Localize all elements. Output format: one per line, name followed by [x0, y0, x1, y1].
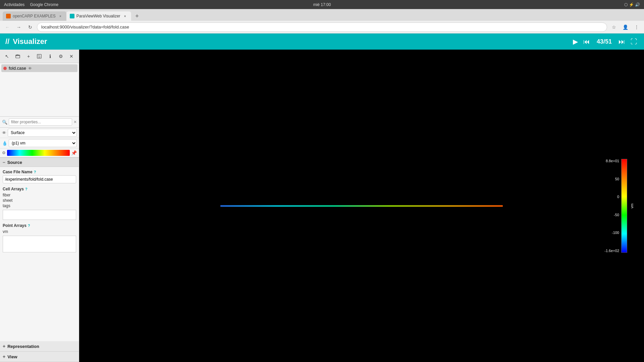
frame-counter: 43/51 — [597, 38, 612, 45]
app-header: // Visualizer ▶ ⏮ 43/51 ⏭ ⛶ — [0, 34, 644, 50]
svg-rect-3 — [38, 56, 40, 58]
point-arrays-help-icon[interactable]: ? — [28, 224, 30, 228]
app-title: Visualizer — [13, 37, 47, 46]
cell-arrays-help-icon[interactable]: ? — [25, 187, 28, 191]
representation-expand-icon: + — [3, 344, 5, 349]
os-browser-label: Google Chrome — [30, 2, 58, 7]
color-select-row: 💧 (p1) vm Solid Color — [0, 138, 79, 148]
legend-label-0: 8.8e+01 — [604, 159, 619, 163]
fullscreen-button[interactable]: ⛶ — [629, 37, 639, 47]
tab-label-opencarp: openCARP EXAMPLES — [13, 14, 56, 18]
representation-select-row: 👁 Surface Wireframe Points Surface With … — [0, 128, 79, 138]
save-button[interactable] — [35, 52, 44, 61]
source-section-header: – Source — [0, 158, 79, 167]
case-file-input[interactable] — [3, 175, 76, 183]
sidebar-toolbar: ↖ + ℹ ⚙ ✕ — [0, 50, 79, 63]
back-button[interactable]: ← — [3, 22, 12, 32]
legend-vm-label: vm — [630, 203, 634, 208]
filter-input[interactable] — [9, 118, 72, 126]
close-panel-button[interactable]: ✕ — [67, 52, 76, 61]
legend-label-5: -1.6e+02 — [604, 249, 619, 253]
legend-bar — [621, 159, 627, 253]
tab-paraview[interactable]: ParaViewWeb Visualizer × — [66, 11, 131, 21]
svg-rect-2 — [38, 54, 40, 56]
info-button[interactable]: ℹ — [46, 52, 54, 61]
tab-close-paraview[interactable]: × — [122, 13, 128, 19]
source-collapse-icon[interactable]: – — [3, 160, 5, 165]
new-tab-button[interactable]: + — [132, 11, 142, 21]
play-button[interactable]: ▶ — [572, 36, 579, 47]
legend-label-3: -50 — [604, 213, 619, 217]
color-select[interactable]: (p1) vm Solid Color — [9, 139, 77, 147]
cursor-tool-button[interactable]: ↖ — [3, 52, 11, 61]
legend-label-4: -100 — [604, 231, 619, 235]
representation-section-header[interactable]: + Representation — [0, 341, 79, 352]
eye-icon: 👁 — [2, 130, 6, 135]
tab-favicon-opencarp — [6, 14, 11, 18]
point-array-vm: vm — [3, 229, 76, 234]
geometry-object — [220, 205, 503, 207]
open-file-button[interactable] — [13, 52, 22, 61]
cell-array-fiber: fiber — [3, 192, 76, 198]
view-section-label: View — [7, 354, 17, 359]
reload-button[interactable]: ↻ — [25, 22, 35, 32]
app-body: ↖ + ℹ ⚙ ✕ fold.case 👁 🔍 ✕ — [0, 50, 644, 362]
source-section-label: Source — [7, 160, 22, 165]
cell-arrays-box — [3, 210, 76, 220]
view-expand-icon: + — [3, 354, 5, 359]
filter-clear-icon[interactable]: ✕ — [73, 120, 77, 124]
representation-select[interactable]: Surface Wireframe Points Surface With Ed… — [8, 129, 77, 137]
browser-tabs: openCARP EXAMPLES × ParaViewWeb Visualiz… — [0, 9, 644, 21]
colorbar-gradient[interactable] — [7, 150, 70, 156]
next-frame-button[interactable]: ⏭ — [617, 37, 627, 47]
tab-opencarp[interactable]: openCARP EXAMPLES × — [3, 11, 66, 21]
color-legend: 8.8e+01 50 0 -50 -100 -1.6e+02 vm — [604, 159, 634, 253]
address-bar[interactable] — [37, 22, 607, 32]
cell-array-sheet: sheet — [3, 198, 76, 203]
pipeline-dot — [3, 67, 7, 70]
properties-filter: 🔍 ✕ — [0, 117, 79, 128]
settings-button[interactable]: ⚙ — [56, 52, 65, 61]
os-time: mié 17:00 — [313, 2, 331, 7]
representation-section-label: Representation — [7, 344, 39, 349]
os-tray-icons: ⬡ ⚡ 🔊 — [624, 2, 640, 7]
point-arrays-label: Point Arrays — [3, 223, 26, 228]
point-arrays-list: vm — [3, 229, 76, 234]
app-logo: // — [5, 37, 9, 46]
sidebar: ↖ + ℹ ⚙ ✕ fold.case 👁 🔍 ✕ — [0, 50, 79, 362]
account-button[interactable]: 👤 — [621, 22, 630, 32]
app-header-controls: ▶ ⏮ 43/51 ⏭ ⛶ — [572, 36, 639, 47]
prev-frame-button[interactable]: ⏮ — [582, 37, 591, 47]
os-activities[interactable]: Actividades — [4, 2, 24, 7]
tab-label-paraview: ParaViewWeb Visualizer — [76, 14, 120, 18]
viewport[interactable]: 8.8e+01 50 0 -50 -100 -1.6e+02 vm — [79, 50, 644, 362]
legend-label-2: 0 — [604, 195, 619, 199]
legend-labels: 8.8e+01 50 0 -50 -100 -1.6e+02 — [604, 159, 619, 253]
point-arrays-box — [3, 236, 76, 252]
cell-arrays-list: fiber sheet tags — [3, 192, 76, 208]
tab-close-opencarp[interactable]: × — [58, 13, 63, 19]
view-section-header[interactable]: + View — [0, 352, 79, 362]
os-topbar: Actividades Google Chrome mié 17:00 ⬡ ⚡ … — [0, 0, 644, 9]
colorbar-settings-icon[interactable]: ⚙ — [2, 150, 6, 155]
menu-button[interactable]: ⋮ — [632, 22, 641, 32]
forward-button[interactable]: → — [14, 22, 23, 32]
cell-array-tags: tags — [3, 203, 76, 208]
cell-arrays-prop: Cell Arrays ? fiber sheet tags — [3, 187, 76, 220]
add-button[interactable]: + — [24, 52, 33, 61]
pipeline-item-foldcase[interactable]: fold.case 👁 — [1, 64, 77, 72]
tab-favicon-paraview — [70, 14, 74, 18]
case-file-prop: Case File Name ? — [3, 170, 76, 183]
case-file-label: Case File Name — [3, 170, 33, 174]
pipeline-area: fold.case 👁 — [0, 63, 79, 117]
case-file-help-icon[interactable]: ? — [34, 170, 36, 174]
pipeline-eye-icon[interactable]: 👁 — [28, 66, 32, 70]
colorbar-pin-icon[interactable]: 📌 — [71, 150, 77, 156]
properties-content: Case File Name ? Cell Arrays ? fiber she… — [0, 167, 79, 341]
color-icon: 💧 — [2, 141, 7, 146]
browser-toolbar: ← → ↻ ☆ 👤 ⋮ — [0, 21, 644, 34]
pipeline-item-label: fold.case — [9, 66, 26, 71]
bookmark-button[interactable]: ☆ — [609, 22, 619, 32]
cell-arrays-label: Cell Arrays — [3, 187, 24, 191]
filter-icon: 🔍 — [2, 120, 7, 125]
